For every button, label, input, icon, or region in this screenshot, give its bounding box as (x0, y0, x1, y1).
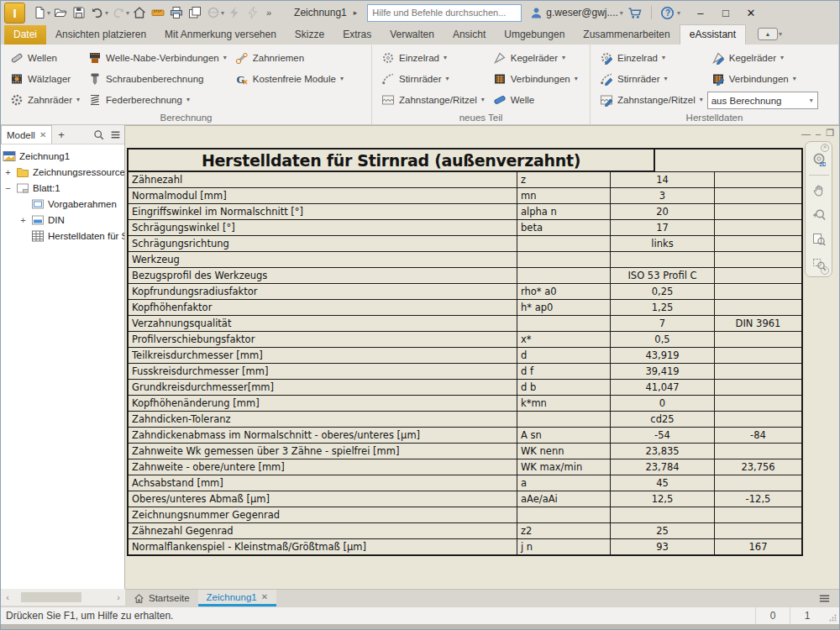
ribbon-tab-umgebungen[interactable]: Umgebungen (495, 25, 574, 45)
herstelldaten-source-combo[interactable]: aus Berechnung▾ (707, 92, 818, 109)
tab-zeichnung1[interactable]: Zeichnung1 ✕ (198, 590, 277, 606)
ribbon-tab-datei[interactable]: Datei (4, 25, 46, 45)
maximize-button[interactable]: □ (713, 2, 738, 24)
berechnung-wälzlager-button[interactable]: Wälzlager (6, 68, 84, 89)
add-browser-tab-button[interactable]: + (52, 129, 71, 141)
store-cart-icon[interactable] (626, 3, 644, 22)
tree-expander[interactable]: − (3, 183, 13, 193)
doc-restore-icon[interactable]: ❐ (826, 128, 834, 139)
ribbon-tab-ansichten-platzieren[interactable]: Ansichten platzieren (46, 25, 155, 45)
berechnung-welle-nabe-verbindungen-button[interactable]: Welle-Nabe-Verbindungen▾ (84, 47, 231, 68)
measure-icon[interactable] (149, 3, 167, 22)
doc-minimize-icon[interactable]: — (801, 129, 811, 139)
herstelldaten-stirnräder-button[interactable]: Stirnräder▾ (596, 68, 707, 89)
inventor-logo-icon[interactable]: I (4, 3, 25, 24)
doc-minimize2-icon[interactable]: – (816, 129, 821, 139)
scroll-right-icon[interactable]: › (112, 592, 125, 602)
berechnung-zahnriemen-button[interactable]: Zahnriemen (231, 47, 348, 68)
neues-teil-kegelräder-button[interactable]: Kegelräder▾ (489, 47, 582, 68)
browser-horizontal-scrollbar[interactable]: ‹ › (1, 589, 125, 606)
neues-teil-stirnräder-button[interactable]: Stirnräder▾ (377, 68, 489, 89)
browser-menu-icon[interactable] (108, 127, 123, 142)
ribbon-tab-mit-anmerkung-versehen[interactable]: Mit Anmerkung versehen (155, 25, 286, 45)
title-expand-icon[interactable]: ▸ (354, 8, 358, 17)
ribbon-collapse-control[interactable]: ▲ ▾ (758, 28, 783, 45)
berechnung-wellen-button[interactable]: Wellen (6, 47, 84, 68)
berechnung-kostenfreie-module-button[interactable]: GKostenfreie Module▾ (231, 68, 348, 89)
tree-item-herstelldaten-für-s[interactable]: Herstelldaten für S (1, 228, 124, 244)
berechnung-zahnräder-button[interactable]: Zahnräder▾ (6, 89, 84, 110)
open-icon[interactable] (51, 3, 70, 22)
steering-wheel-2d-icon[interactable]: 2D (810, 150, 828, 169)
neues-teil-zahnstange-ritzel-button[interactable]: Zahnstange/Ritzel▾ (377, 89, 489, 110)
material-caret-icon: ▾ (221, 9, 224, 17)
print-icon[interactable] (167, 3, 186, 22)
herstelldaten-kegelräder-button[interactable]: Kegelräder▾ (707, 47, 818, 68)
cell-value: 25 (611, 523, 715, 538)
copy-view-icon[interactable] (186, 3, 204, 22)
bolt2-icon[interactable] (244, 3, 262, 22)
save-icon[interactable] (70, 3, 88, 22)
neues-teil-einzelrad-button[interactable]: Einzelrad▾ (377, 47, 489, 68)
herstelldaten-verbindungen-button[interactable]: Verbindungen▾ (707, 68, 818, 89)
cell-value: 1,25 (611, 300, 715, 315)
tree-item-blatt-1[interactable]: −Blatt:1 (1, 180, 124, 196)
dropdown-caret-icon: ▾ (562, 54, 565, 61)
scrollbar-thumb[interactable] (21, 592, 81, 602)
scrollbar-track[interactable] (14, 592, 112, 602)
help-caret-icon[interactable]: ▾ (677, 9, 680, 17)
zoom-window-icon[interactable] (810, 230, 828, 249)
chevrons-icon[interactable]: » (262, 3, 281, 22)
tree-item-vorgaberahmen[interactable]: Vorgaberahmen (1, 196, 124, 212)
neues-teil-verbindungen-button[interactable]: Verbindungen▾ (489, 68, 582, 89)
undo-icon[interactable] (88, 3, 107, 22)
dropdown-caret-icon: ▾ (664, 75, 668, 82)
model-tab-close-icon[interactable]: ✕ (39, 130, 46, 139)
material-icon[interactable] (204, 3, 223, 22)
pan-hand-icon[interactable] (810, 181, 828, 200)
tab-list-menu-icon[interactable] (810, 590, 839, 606)
model-tab[interactable]: Modell ✕ (1, 125, 52, 144)
ribbon-tab-eassistant[interactable]: eAssistant (680, 24, 746, 45)
zoom-icon[interactable] (810, 206, 828, 224)
ribbon-collapse-caret-icon: ▾ (779, 30, 782, 38)
bolt-icon[interactable] (225, 3, 244, 22)
ribbon-tab-ansicht[interactable]: Ansicht (444, 25, 495, 45)
tree-item-zeichnung1[interactable]: Zeichnung1 (1, 148, 124, 164)
close-button[interactable]: ✕ (738, 2, 764, 24)
neues-teil-welle-button[interactable]: Welle (489, 89, 582, 110)
ribbon-tab-skizze[interactable]: Skizze (286, 25, 333, 45)
tree-item-zeichnungsressourcen[interactable]: +Zeichnungsressourcen (1, 164, 124, 180)
ribbon-tab-verwalten[interactable]: Verwalten (381, 25, 444, 45)
herstelldaten-table[interactable]: Herstelldaten für Stirnrad (außenverzahn… (127, 148, 803, 556)
herstelldaten-zahnstange-ritzel-button[interactable]: Zahnstange/Ritzel▾ (596, 89, 707, 110)
help-icon[interactable]: ? (659, 3, 677, 22)
ribbon-tab-extras[interactable]: Extras (333, 25, 381, 45)
tab-close-icon[interactable]: ✕ (261, 592, 268, 601)
tree-expander[interactable]: + (3, 167, 13, 177)
cell-value2 (715, 236, 801, 251)
drawing-canvas[interactable]: — – ❐ Herstelldaten für Stirnrad (außenv… (125, 125, 839, 589)
berechnung-federberechnung-button[interactable]: Federberechnung▾ (84, 89, 231, 110)
resize-grip[interactable] (824, 607, 839, 624)
herstelldaten-einzelrad-button[interactable]: Einzelrad▾ (596, 47, 707, 68)
tree-expander[interactable]: + (18, 215, 29, 225)
navbar-close-icon[interactable]: ✕ (821, 144, 829, 152)
ribbon-tab-zusammenarbeiten[interactable]: Zusammenarbeiten (574, 25, 679, 45)
new-file-icon[interactable] (30, 3, 49, 22)
table-row: Zahnweite Wk gemessen über 3 Zähne - spi… (129, 444, 801, 459)
browser-search-icon[interactable] (91, 127, 106, 142)
home-icon[interactable] (130, 3, 149, 22)
belt-icon (235, 51, 249, 65)
user-account-menu[interactable]: g.weser@gwj.... ▾ (530, 7, 624, 19)
berechnung-schraubenberechnung-button[interactable]: Schraubenberechnung (84, 68, 231, 89)
tree-item-din[interactable]: +DIN (1, 212, 124, 228)
scroll-left-icon[interactable]: ‹ (1, 592, 14, 602)
ribbon-tabs: DateiAnsichten platzierenMit Anmerkung v… (4, 24, 746, 45)
navbar-options-icon[interactable]: ▾ (821, 266, 829, 275)
minimize-button[interactable]: – (688, 2, 713, 24)
search-input[interactable] (367, 4, 522, 22)
redo-icon[interactable] (109, 3, 128, 22)
tab-startseite[interactable]: Startseite (125, 590, 198, 606)
table-row: Zahnweite - obere/untere [mm]WK max/min2… (129, 459, 801, 475)
